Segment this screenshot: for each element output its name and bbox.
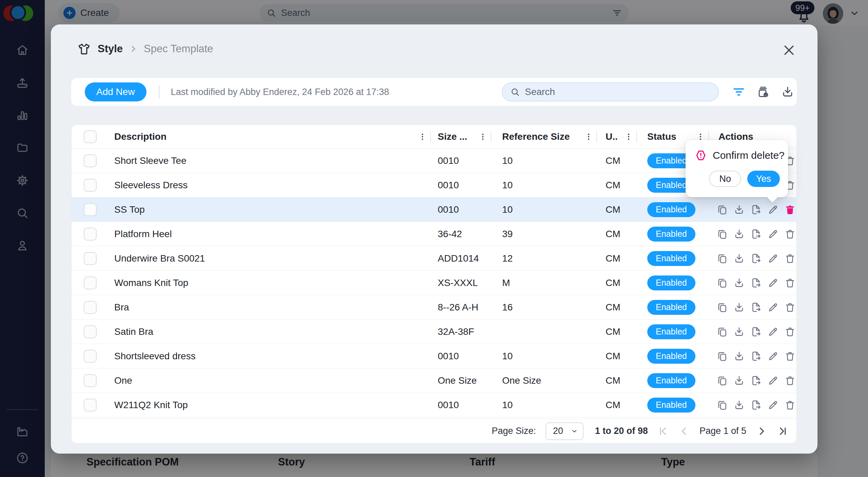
last-page-icon[interactable] xyxy=(777,425,788,437)
row-reference-size: One Size xyxy=(491,375,597,386)
row-checkbox[interactable] xyxy=(84,301,97,314)
download-icon[interactable] xyxy=(733,399,745,411)
download-icon[interactable] xyxy=(733,204,745,215)
table-search[interactable] xyxy=(502,82,719,101)
table-search-input[interactable] xyxy=(525,87,711,97)
edit-icon[interactable] xyxy=(767,204,779,215)
no-button[interactable]: No xyxy=(709,171,741,187)
row-actions xyxy=(709,302,796,313)
delete-icon[interactable] xyxy=(784,350,796,362)
file-export-icon[interactable] xyxy=(750,253,762,264)
status-badge: Enabled xyxy=(647,251,695,266)
file-export-icon[interactable] xyxy=(750,204,762,215)
next-page-icon[interactable] xyxy=(756,425,767,437)
delete-icon[interactable] xyxy=(784,253,796,264)
delete-icon[interactable] xyxy=(784,326,796,338)
file-export-icon[interactable] xyxy=(750,277,762,289)
edit-icon[interactable] xyxy=(767,326,779,338)
row-uom: CM xyxy=(597,302,637,313)
download-icon[interactable] xyxy=(733,302,745,313)
edit-icon[interactable] xyxy=(767,228,779,240)
copy-icon[interactable] xyxy=(716,375,728,386)
row-size: 0010 xyxy=(431,400,491,411)
table-row[interactable]: SS Top 0010 10 CM Enabled xyxy=(72,197,796,222)
copy-icon[interactable] xyxy=(716,253,728,264)
download-icon[interactable] xyxy=(733,375,745,386)
row-size: XS-XXXL xyxy=(431,278,491,288)
row-checkbox[interactable] xyxy=(84,374,97,387)
prev-page-icon[interactable] xyxy=(678,425,690,437)
edit-icon[interactable] xyxy=(767,277,779,289)
add-new-button[interactable]: Add New xyxy=(85,82,146,101)
copy-icon[interactable] xyxy=(716,277,728,289)
row-checkbox[interactable] xyxy=(84,325,97,338)
download-icon[interactable] xyxy=(733,228,745,240)
download-icon[interactable] xyxy=(733,277,745,289)
table-row[interactable]: Womans Knit Top XS-XXXL M CM Enabled xyxy=(72,271,796,295)
column-description[interactable]: Description xyxy=(114,131,166,142)
delete-icon[interactable] xyxy=(784,302,796,313)
row-checkbox[interactable] xyxy=(84,350,97,363)
edit-icon[interactable] xyxy=(767,302,779,313)
row-checkbox[interactable] xyxy=(84,203,97,216)
download-icon[interactable] xyxy=(733,326,745,338)
column-menu-icon[interactable] xyxy=(418,132,427,141)
edit-icon[interactable] xyxy=(767,253,779,264)
column-menu-icon[interactable] xyxy=(584,132,593,141)
copy-icon[interactable] xyxy=(716,399,728,411)
page-size-select[interactable]: 20 xyxy=(546,422,584,440)
file-export-icon[interactable] xyxy=(750,228,762,240)
column-reference-size[interactable]: Reference Size xyxy=(502,131,570,142)
row-checkbox[interactable] xyxy=(84,276,97,289)
column-status[interactable]: Status xyxy=(647,131,676,142)
table-row[interactable]: Satin Bra 32A-38F CM Enabled xyxy=(72,320,796,344)
breadcrumb-chevron-icon xyxy=(129,44,138,53)
copy-icon[interactable] xyxy=(716,326,728,338)
download-icon[interactable] xyxy=(733,350,745,362)
download-icon[interactable] xyxy=(781,85,794,98)
copy-icon[interactable] xyxy=(716,228,728,240)
row-checkbox[interactable] xyxy=(84,252,97,265)
table-row[interactable]: W211Q2 Knit Top 0010 10 CM Enabled xyxy=(72,393,796,417)
delete-icon[interactable] xyxy=(784,277,796,289)
filter-lines-icon[interactable] xyxy=(732,85,745,98)
download-icon[interactable] xyxy=(733,253,745,264)
row-checkbox[interactable] xyxy=(84,228,97,241)
delete-icon[interactable] xyxy=(784,399,796,411)
column-uom[interactable]: U.. xyxy=(606,131,618,142)
row-checkbox[interactable] xyxy=(84,154,97,167)
edit-icon[interactable] xyxy=(767,375,779,386)
row-reference-size: 12 xyxy=(491,253,597,264)
edit-icon[interactable] xyxy=(767,350,779,362)
table-row[interactable]: Shortsleeved dress 0010 10 CM Enabled xyxy=(72,344,796,368)
copy-icon[interactable] xyxy=(716,350,728,362)
table-row[interactable]: Bra 8--26 A-H 16 CM Enabled xyxy=(72,295,796,320)
delete-icon[interactable] xyxy=(784,228,796,240)
column-menu-icon[interactable] xyxy=(624,132,633,141)
table-row[interactable]: Platform Heel 36-42 39 CM Enabled xyxy=(72,222,796,246)
close-icon[interactable] xyxy=(782,43,796,58)
user-export-icon[interactable] xyxy=(757,85,770,98)
copy-icon[interactable] xyxy=(716,204,728,215)
table-row[interactable]: One One Size One Size CM Enabled xyxy=(72,368,796,393)
breadcrumb-section[interactable]: Style xyxy=(98,43,123,55)
select-all-checkbox[interactable] xyxy=(84,130,97,143)
column-menu-icon[interactable] xyxy=(478,132,487,141)
first-page-icon[interactable] xyxy=(657,425,669,437)
column-size[interactable]: Size ... xyxy=(438,131,467,142)
file-export-icon[interactable] xyxy=(750,375,762,386)
yes-button[interactable]: Yes xyxy=(747,171,780,187)
row-uom: CM xyxy=(597,155,637,166)
row-checkbox[interactable] xyxy=(84,399,97,412)
copy-icon[interactable] xyxy=(716,302,728,313)
table-row[interactable]: Underwire Bra S0021 ADD1014 12 CM Enable… xyxy=(72,246,796,271)
file-export-icon[interactable] xyxy=(750,399,762,411)
delete-icon-active[interactable] xyxy=(784,204,796,215)
row-checkbox[interactable] xyxy=(84,179,97,192)
row-actions xyxy=(709,326,796,338)
file-export-icon[interactable] xyxy=(750,350,762,362)
file-export-icon[interactable] xyxy=(750,302,762,313)
file-export-icon[interactable] xyxy=(750,326,762,338)
delete-icon[interactable] xyxy=(784,375,796,386)
edit-icon[interactable] xyxy=(767,399,779,411)
